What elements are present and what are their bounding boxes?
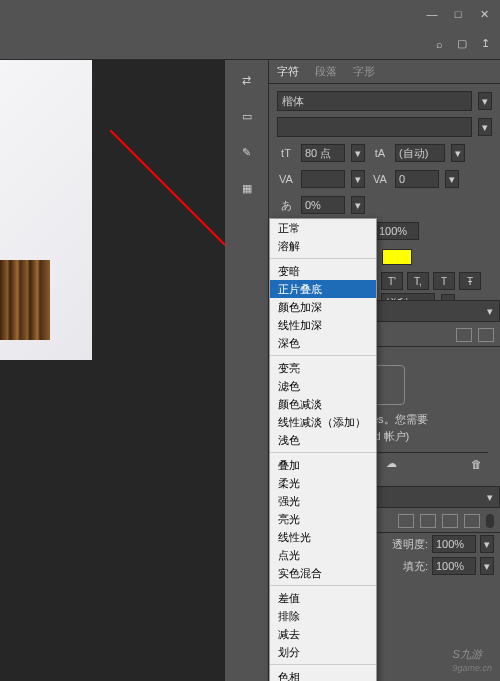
opacity-input[interactable]: 100% <box>432 535 476 553</box>
tab-paragraph[interactable]: 段落 <box>315 64 337 79</box>
tracking-dropdown[interactable]: ▾ <box>445 170 459 188</box>
scale-dropdown[interactable]: ▾ <box>351 196 365 214</box>
opacity-label: 透明度: <box>392 537 428 552</box>
blend-item[interactable]: 线性减淡（添加） <box>270 413 376 431</box>
blend-item[interactable]: 正常 <box>270 219 376 237</box>
blend-item[interactable]: 变亮 <box>270 359 376 377</box>
font-family-select[interactable]: 楷体 <box>277 91 472 111</box>
brush-icon[interactable]: ✎ <box>235 140 259 164</box>
font-style-dropdown-icon[interactable]: ▾ <box>478 118 492 136</box>
filter-icon[interactable] <box>420 514 436 528</box>
grid-view-icon[interactable] <box>456 328 472 342</box>
scale-label: あ <box>277 198 295 213</box>
font-dropdown-icon[interactable]: ▾ <box>478 92 492 110</box>
tab-character[interactable]: 字符 <box>277 64 299 79</box>
color-swatch[interactable] <box>382 249 412 265</box>
blend-item[interactable]: 滤色 <box>270 377 376 395</box>
table-icon[interactable]: ▦ <box>235 176 259 200</box>
maximize-button[interactable]: □ <box>446 4 470 24</box>
fill-input[interactable]: 100% <box>432 557 476 575</box>
scale-input[interactable]: 0% <box>301 196 345 214</box>
kerning-input[interactable] <box>301 170 345 188</box>
blend-item[interactable]: 减去 <box>270 625 376 643</box>
blend-mode-dropdown: 正常 溶解 变暗 正片叠底 颜色加深 线性加深 深色 变亮 滤色 颜色减淡 线性… <box>269 218 377 681</box>
blend-item[interactable]: 划分 <box>270 643 376 661</box>
style-underline[interactable]: T <box>433 272 455 290</box>
canvas-object <box>0 260 50 340</box>
share-icon[interactable]: ↥ <box>481 37 490 50</box>
fill-label: 填充: <box>403 559 428 574</box>
blend-item[interactable]: 点光 <box>270 546 376 564</box>
list-view-icon[interactable] <box>478 328 494 342</box>
tab-glyph[interactable]: 字形 <box>353 64 375 79</box>
size-dropdown[interactable]: ▾ <box>351 144 365 162</box>
blend-item[interactable]: 差值 <box>270 589 376 607</box>
opacity-dropdown[interactable]: ▾ <box>480 535 494 553</box>
tracking-label: VA <box>371 173 389 185</box>
canvas[interactable] <box>0 60 225 681</box>
style-super[interactable]: T' <box>381 272 403 290</box>
trash-icon[interactable]: 🗑 <box>471 458 482 470</box>
swap-icon[interactable]: ⇄ <box>235 68 259 92</box>
hscale-input[interactable]: 100% <box>375 222 419 240</box>
close-button[interactable]: ✕ <box>472 4 496 24</box>
style-sub[interactable]: T, <box>407 272 429 290</box>
tracking-input[interactable]: 0 <box>395 170 439 188</box>
fill-dropdown[interactable]: ▾ <box>480 557 494 575</box>
panel-tabs: 字符 段落 字形 <box>269 60 500 84</box>
filter-icon[interactable] <box>464 514 480 528</box>
filter-icon[interactable] <box>442 514 458 528</box>
canvas-background <box>0 60 92 360</box>
blend-item[interactable]: 色相 <box>270 668 376 681</box>
blend-item[interactable]: 亮光 <box>270 510 376 528</box>
leading-input[interactable]: (自动) <box>395 144 445 162</box>
search-icon[interactable]: ⌕ <box>436 38 443 50</box>
leading-label: tA <box>371 147 389 159</box>
font-size-label: tT <box>277 147 295 159</box>
blend-item[interactable]: 排除 <box>270 607 376 625</box>
blend-item[interactable]: 线性加深 <box>270 316 376 334</box>
minimize-button[interactable]: — <box>420 4 444 24</box>
font-size-input[interactable]: 80 点 <box>301 144 345 162</box>
blend-item[interactable]: 浅色 <box>270 431 376 449</box>
blend-item[interactable]: 变暗 <box>270 262 376 280</box>
blend-item[interactable]: 实色混合 <box>270 564 376 582</box>
cloud-icon[interactable]: ☁ <box>386 457 397 470</box>
watermark: S九游 9game.cn <box>452 642 492 673</box>
blend-item[interactable]: 强光 <box>270 492 376 510</box>
blend-item-selected[interactable]: 正片叠底 <box>270 280 376 298</box>
panels-icon[interactable]: ▢ <box>457 37 467 50</box>
blend-item[interactable]: 柔光 <box>270 474 376 492</box>
filter-toggle[interactable] <box>486 514 494 528</box>
blend-item[interactable]: 叠加 <box>270 456 376 474</box>
blend-item[interactable]: 线性光 <box>270 528 376 546</box>
blend-item[interactable]: 颜色加深 <box>270 298 376 316</box>
blend-item[interactable]: 颜色减淡 <box>270 395 376 413</box>
style-strike[interactable]: Ŧ <box>459 272 481 290</box>
filter-icon[interactable] <box>398 514 414 528</box>
blend-item[interactable]: 溶解 <box>270 237 376 255</box>
tools-strip: ⇄ ▭ ✎ ▦ <box>225 60 269 681</box>
leading-dropdown[interactable]: ▾ <box>451 144 465 162</box>
file-icon[interactable]: ▭ <box>235 104 259 128</box>
kerning-label: VA <box>277 173 295 185</box>
kerning-dropdown[interactable]: ▾ <box>351 170 365 188</box>
blend-item[interactable]: 深色 <box>270 334 376 352</box>
font-style-select[interactable] <box>277 117 472 137</box>
